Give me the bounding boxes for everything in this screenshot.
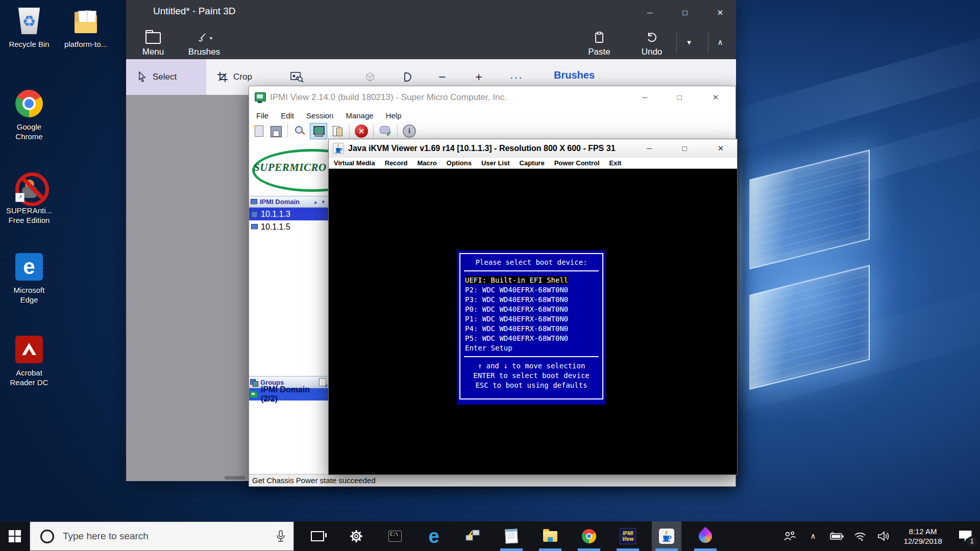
battery-button[interactable] — [825, 521, 848, 551]
menu-exit[interactable]: Exit — [609, 159, 622, 167]
people-button[interactable] — [778, 521, 801, 551]
volume-button[interactable] — [872, 521, 895, 551]
taskbar-edge[interactable]: e — [419, 521, 449, 551]
command-prompt-icon: C:\ — [388, 531, 402, 542]
properties-button[interactable] — [331, 124, 344, 138]
taskbar-notepad[interactable] — [497, 521, 526, 551]
tree-item-10-1-1-5[interactable]: 10.1.1.5 — [249, 220, 329, 233]
collapse-ribbon-button[interactable]: ∧ — [708, 30, 732, 55]
action-center-button[interactable]: 1 — [950, 521, 980, 551]
edge-icon: e — [428, 527, 439, 546]
remote-console-screen[interactable]: Please select boot device: UEFI: Built-i… — [329, 169, 737, 474]
new-button[interactable] — [252, 124, 265, 138]
taskbar-command-prompt[interactable]: C:\ — [380, 521, 410, 551]
desktop-icon-microsoft-edge[interactable]: e Microsoft Edge — [4, 251, 55, 305]
paste-button[interactable]: Paste — [578, 30, 621, 57]
search-placeholder: Type here to search — [63, 531, 149, 542]
divider — [373, 124, 374, 138]
boot-option[interactable]: P4: WDC WD40EFRX-68WT0N0 — [465, 324, 598, 334]
taskbar-apps: C:\ e IPMIView — [303, 521, 720, 551]
info-button[interactable]: i — [403, 124, 416, 138]
boot-option[interactable]: P2: WDC WD40EFRX-68WT0N0 — [465, 285, 598, 295]
taskbar-java-ikvm[interactable] — [652, 521, 681, 551]
taskbar-ipmi-view[interactable]: IPMIView — [613, 521, 643, 551]
menu-macro[interactable]: Macro — [417, 159, 436, 167]
caret-down-icon: ▾ — [210, 35, 212, 41]
plus-icon: + — [475, 70, 482, 84]
desktop-icon-acrobat-reader[interactable]: Acrobat Reader DC — [4, 334, 55, 387]
close-button[interactable]: ✕ — [709, 139, 732, 158]
taskbar-settings[interactable] — [341, 521, 371, 551]
menu-virtual-media[interactable]: Virtual Media — [334, 159, 375, 167]
taskbar-task-view[interactable] — [303, 521, 332, 551]
menu-record[interactable]: Record — [385, 159, 408, 167]
microphone-icon[interactable] — [275, 530, 286, 544]
boot-help-line: ENTER to select boot device — [465, 371, 598, 381]
search-input[interactable]: Type here to search — [30, 521, 294, 551]
boot-option[interactable]: P3: WDC WD40EFRX-68WT0N0 — [465, 295, 598, 305]
brushes-panel-title[interactable]: Brushes — [554, 69, 595, 81]
boot-option[interactable]: P0: WDC WD40EFRX-68WT0N0 — [465, 305, 598, 314]
machine-view-button-selected[interactable] — [310, 123, 327, 139]
time: 8:12 AM — [895, 527, 950, 536]
desktop-icon-google-chrome[interactable]: Google Chrome — [4, 88, 55, 141]
tree-header[interactable]: IPMI Domain ▲ ▼ — [249, 196, 329, 208]
brushes-button[interactable]: ▾ Brushes — [183, 30, 226, 57]
boot-option[interactable]: P1: WDC WD40EFRX-68WT0N0 — [465, 314, 598, 324]
taskbar-chrome[interactable] — [574, 521, 604, 551]
maximize-button[interactable]: □ — [673, 139, 696, 158]
chrome-icon — [582, 529, 596, 543]
chrome-icon — [15, 90, 43, 117]
ipmi-app-icon — [255, 92, 266, 102]
desktop-icon-recycle-bin[interactable]: ♻ Recycle Bin — [4, 5, 55, 49]
desktop-icon-superantispyware[interactable]: ↗ SUPERAnti... Free Edition — [4, 171, 55, 225]
tray-overflow-button[interactable]: ∧ — [801, 521, 825, 551]
crop-tool[interactable]: Crop — [217, 59, 252, 95]
message-button[interactable]: ✓ — [379, 124, 392, 138]
start-button[interactable] — [0, 521, 30, 551]
history-dropdown-button[interactable]: ▾ — [677, 30, 701, 55]
select-tool[interactable]: Select — [137, 59, 177, 95]
sort-arrows[interactable]: ▲ ▼ — [313, 199, 329, 205]
menu-button[interactable]: Menu — [132, 30, 175, 57]
boot-option-selected[interactable]: UEFI: Built-in EFI Shell — [465, 276, 598, 285]
maximize-button[interactable]: □ — [673, 0, 697, 25]
menu-file[interactable]: File — [256, 111, 268, 120]
close-button[interactable]: ✕ — [708, 0, 732, 25]
maximize-button[interactable]: □ — [668, 86, 691, 109]
menu-edit[interactable]: Edit — [281, 111, 294, 120]
menu-power-control[interactable]: Power Control — [554, 159, 600, 167]
search-button[interactable] — [293, 124, 306, 138]
boot-option[interactable]: P5: WDC WD40EFRX-68WT0N0 — [465, 334, 598, 343]
desktop-icon-platform-folder[interactable]: platform-to... — [60, 5, 111, 49]
task-view-icon — [311, 531, 324, 541]
menu-capture[interactable]: Capture — [520, 159, 545, 167]
acrobat-icon — [15, 336, 43, 363]
undo-button[interactable]: Undo — [630, 30, 673, 57]
stop-button[interactable]: ✕ — [355, 124, 368, 138]
menu-help[interactable]: Help — [386, 111, 402, 120]
menu-manage[interactable]: Manage — [346, 111, 373, 120]
menu-session[interactable]: Session — [306, 111, 333, 120]
taskbar-remote-connection[interactable] — [458, 521, 487, 551]
network-button[interactable] — [848, 521, 872, 551]
close-button[interactable]: ✕ — [704, 86, 727, 109]
clock[interactable]: 8:12 AM 12/29/2018 — [895, 527, 950, 546]
group-item-label: IPMI Domain (2/2) — [261, 385, 329, 404]
horizontal-scrollbar[interactable] — [225, 476, 245, 480]
minimize-button[interactable]: ─ — [638, 0, 662, 25]
taskbar-file-explorer[interactable] — [535, 521, 565, 551]
menu-user-list[interactable]: User List — [481, 159, 510, 167]
menu-options[interactable]: Options — [447, 159, 472, 167]
group-item-ipmi-domain[interactable]: IPMI Domain (2/2) — [249, 388, 329, 400]
boot-dialog-title: Please select boot device: — [465, 258, 598, 267]
folder-front — [75, 22, 97, 33]
minimize-button[interactable]: ─ — [633, 86, 656, 109]
tree-item-10-1-1-3[interactable]: 10.1.1.3 — [249, 208, 329, 220]
save-button[interactable] — [269, 124, 282, 138]
minimize-button[interactable]: ─ — [638, 139, 661, 158]
boot-option-enter-setup[interactable]: Enter Setup — [465, 343, 598, 353]
paint3d-icon — [696, 527, 715, 546]
taskbar-paint3d[interactable] — [691, 521, 720, 551]
boot-help-line: ↑ and ↓ to move selection — [465, 361, 598, 371]
